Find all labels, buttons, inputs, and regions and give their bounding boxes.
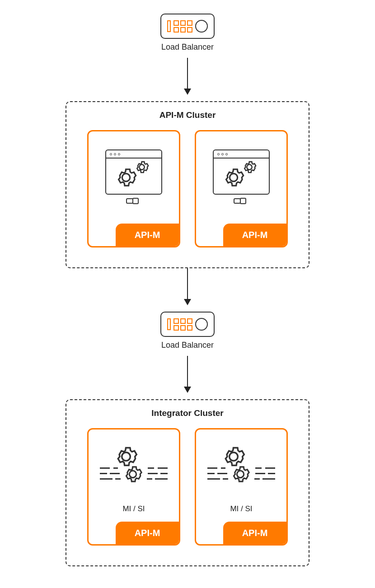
integrator-sublabel: MI / SI [230, 504, 252, 513]
load-balancer-label: Load Balancer [161, 341, 214, 350]
card-row: MI / SI API-M [66, 428, 309, 562]
app-window-icon [213, 149, 270, 201]
load-balancer-icon [160, 312, 215, 337]
arrow-down-icon [187, 58, 188, 94]
apim-card: API-M [195, 130, 288, 247]
card-row: API-M API-M [66, 130, 309, 264]
gear-icon [230, 464, 251, 485]
plug-icon [126, 197, 141, 205]
load-balancer-label: Load Balancer [161, 42, 214, 52]
gear-icon [122, 464, 143, 485]
cluster-title: Integrator Cluster [66, 408, 309, 418]
card-badge: API-M [116, 224, 179, 246]
load-balancer-icon [160, 14, 215, 39]
load-balancer-inner [161, 14, 214, 38]
integrator-card: MI / SI API-M [87, 428, 180, 546]
gear-icon [242, 159, 257, 175]
integrator-icon [100, 444, 168, 494]
lb-dial-icon [195, 20, 208, 33]
lb-bar-icon [167, 318, 171, 330]
lb-grid-icon [173, 318, 192, 331]
card-badge: API-M [223, 522, 286, 544]
card-badge: API-M [116, 522, 179, 544]
plug-icon [234, 197, 249, 205]
lb-dial-icon [195, 318, 208, 331]
lb-grid-icon [173, 20, 192, 33]
apim-card: API-M [87, 130, 180, 247]
integrator-icon [207, 444, 275, 494]
integrator-cluster: Integrator Cluster [66, 399, 309, 566]
app-window-icon [105, 149, 162, 201]
card-badge: API-M [223, 224, 286, 246]
cluster-title: API-M Cluster [66, 110, 309, 120]
integrator-sublabel: MI / SI [122, 504, 145, 513]
integrator-card: MI / SI API-M [195, 428, 288, 546]
arrow-down-icon [187, 356, 188, 392]
lb-bar-icon [167, 20, 171, 32]
gear-icon [134, 159, 150, 175]
architecture-diagram: Load Balancer API-M Cluster [0, 0, 375, 588]
arrow-down-icon [187, 268, 188, 304]
load-balancer-inner [161, 313, 214, 336]
apim-cluster: API-M Cluster API-M [66, 101, 309, 268]
